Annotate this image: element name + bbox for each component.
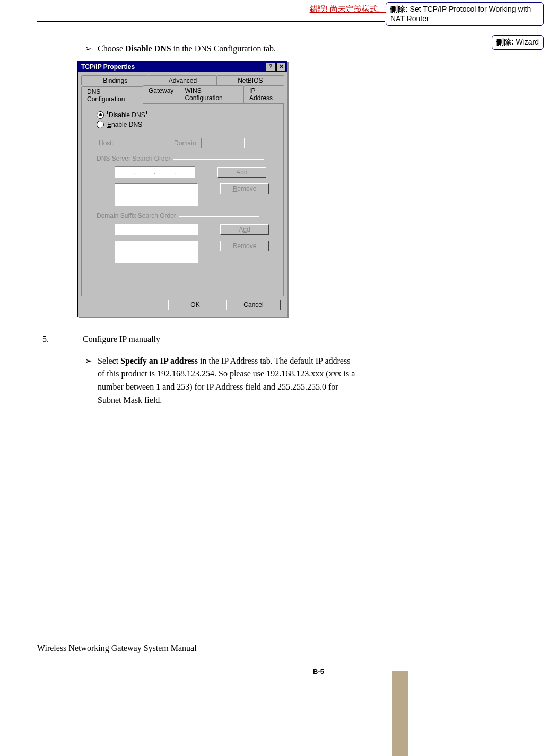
step-5-title: Configure IP manually bbox=[83, 333, 371, 346]
footer-rule bbox=[37, 639, 297, 639]
tabstrip-top: Bindings Advanced NetBIOS bbox=[81, 75, 284, 85]
radio-dot bbox=[97, 121, 104, 128]
suffix-add-button[interactable]: Add bbox=[220, 224, 269, 235]
dns-list[interactable] bbox=[115, 183, 198, 206]
host-input[interactable] bbox=[117, 138, 160, 148]
radio-enable-dns[interactable]: Enable DNS bbox=[97, 121, 277, 128]
bullet-bold: Specify an IP address bbox=[120, 356, 198, 365]
dialog-title: TCP/IP Properties bbox=[81, 63, 265, 71]
bullet-pre: Select bbox=[98, 356, 120, 365]
radio-disable-label: isable DNS bbox=[114, 111, 145, 119]
header-rule bbox=[37, 21, 385, 22]
domain-input[interactable] bbox=[201, 138, 245, 148]
bullet-bold: Disable DNS bbox=[125, 44, 171, 53]
page-number: B-5 bbox=[313, 667, 324, 675]
bullet-text: Choose Disable DNS in the DNS Configurat… bbox=[98, 42, 371, 56]
suffix-remove-button[interactable]: Remove bbox=[220, 241, 269, 251]
bullet-glyph: ➢ bbox=[85, 42, 98, 56]
tabstrip-bottom: DNS Configuration Gateway WINS Configura… bbox=[81, 85, 284, 103]
cancel-button[interactable]: Cancel bbox=[226, 300, 281, 310]
dns-remove-button[interactable]: Remove bbox=[220, 183, 269, 194]
suffix-input[interactable] bbox=[115, 224, 198, 235]
comment-balloon-2: 刪除: Wizard bbox=[492, 35, 544, 50]
dns-add-button[interactable]: Add bbox=[217, 167, 266, 178]
bullet-pre: Choose bbox=[98, 44, 125, 53]
tab-gateway[interactable]: Gateway bbox=[143, 85, 179, 103]
tab-advanced[interactable]: Advanced bbox=[149, 75, 216, 85]
step-5-number: 5. bbox=[42, 333, 83, 346]
dns-config-panel: Disable DNS Enable DNS Host: Domain: DNS… bbox=[81, 103, 284, 296]
tab-ip-address[interactable]: IP Address bbox=[243, 85, 284, 103]
bullet-disable-dns: ➢ Choose Disable DNS in the DNS Configur… bbox=[85, 42, 371, 56]
bullet-glyph: ➢ bbox=[85, 355, 98, 407]
tab-wins-configuration[interactable]: WINS Configuration bbox=[179, 85, 244, 103]
dialog-titlebar: TCP/IP Properties ? ✕ bbox=[78, 61, 287, 72]
step-5: 5. Configure IP manually bbox=[42, 333, 371, 346]
tab-netbios[interactable]: NetBIOS bbox=[216, 75, 284, 85]
comment-balloon-1: 刪除: Set TCP/IP Protocol for Working with… bbox=[386, 2, 544, 26]
close-button[interactable]: ✕ bbox=[276, 63, 286, 71]
radio-enable-label: nable DNS bbox=[111, 121, 142, 128]
dns-server-order-label: DNS Server Search Order bbox=[97, 155, 277, 162]
tab-dns-configuration[interactable]: DNS Configuration bbox=[81, 86, 143, 104]
help-button[interactable]: ? bbox=[266, 63, 275, 71]
radio-dot-selected bbox=[97, 111, 104, 119]
ok-button[interactable]: OK bbox=[168, 300, 222, 310]
comment-text: Wizard bbox=[514, 38, 539, 46]
bullet-post: in the DNS Configuration tab. bbox=[171, 44, 276, 53]
bullet-text: Select Specify an IP address in the IP A… bbox=[98, 355, 371, 407]
comment-text: Set TCP/IP Protocol for Working with NAT… bbox=[390, 5, 531, 23]
radio-disable-dns[interactable]: Disable DNS bbox=[97, 111, 277, 119]
domain-label: Domain: bbox=[174, 139, 198, 147]
domain-suffix-order-label: Domain Suffix Search Order bbox=[97, 212, 277, 219]
footer-manual-title: Wireless Networking Gateway System Manua… bbox=[37, 644, 197, 653]
side-tab-decoration bbox=[392, 671, 408, 756]
dns-ip-input[interactable]: . . . bbox=[115, 166, 195, 178]
comment-label: 刪除: bbox=[496, 38, 514, 46]
tab-bindings[interactable]: Bindings bbox=[81, 75, 149, 85]
suffix-list[interactable] bbox=[115, 241, 198, 263]
tcpip-properties-dialog: TCP/IP Properties ? ✕ Bindings Advanced … bbox=[77, 61, 287, 317]
bullet-specify-ip: ➢ Select Specify an IP address in the IP… bbox=[85, 355, 371, 407]
comment-label: 刪除: bbox=[390, 5, 408, 13]
host-label: Host: bbox=[99, 139, 114, 147]
